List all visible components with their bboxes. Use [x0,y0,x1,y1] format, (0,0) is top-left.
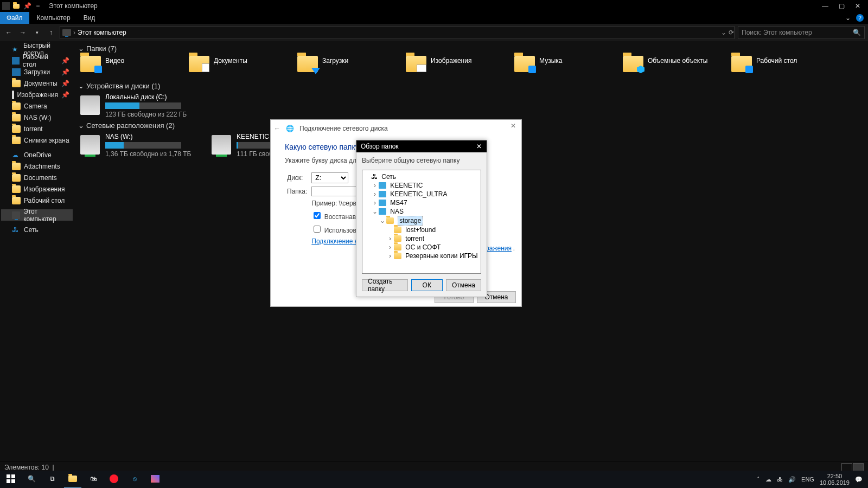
folder-pictures[interactable]: Изображения [401,54,507,81]
svg-rect-1 [11,474,15,478]
tray-volume-icon[interactable]: 🔊 [788,476,796,483]
expand-icon[interactable]: › [372,181,378,190]
tree-item[interactable]: › ОС и СОФТ [387,243,480,252]
tree-item[interactable]: › KEENETIC [372,181,480,190]
task-view-button[interactable]: ⧉ [43,470,61,487]
search-icon: 🔍 [853,29,861,36]
expand-icon[interactable]: › [387,252,393,260]
system-menu-icon[interactable] [2,2,10,10]
wizard-link-1[interactable]: Подключение к в [311,237,362,245]
breadcrumb-chevron-down-icon[interactable]: ⌄ [721,29,726,36]
folder-qa-icon[interactable] [12,2,21,10]
tree-item[interactable]: › torrent [387,234,480,243]
sidebar-item[interactable]: Документы📌 [1,78,73,89]
disk-icon [80,95,100,115]
tree-item-network[interactable]: 🖧 Сеть [365,172,480,181]
folder-documents[interactable]: Документы [184,54,290,81]
search-input[interactable]: Поиск: Этот компьютер 🔍 [738,26,865,39]
minimize-button[interactable]: — [817,0,833,12]
folder-video[interactable]: Видео [76,54,181,81]
expand-icon[interactable]: › [387,243,393,252]
nav-recent[interactable]: ▾ [31,27,42,38]
folder-downloads[interactable]: Загрузки [293,54,398,81]
sidebar-this-pc[interactable]: Этот компьютер [1,209,73,221]
wizard-close-button[interactable]: ✕ [510,122,516,130]
sidebar-item[interactable]: NAS (W:) [1,112,73,123]
computer-icon [379,200,386,206]
tb-app2[interactable] [146,470,164,487]
sidebar-item[interactable]: Рабочий стол [1,195,73,206]
search-button[interactable]: 🔍 [23,470,40,487]
ribbon-file[interactable]: Файл [0,12,29,24]
collapse-icon[interactable]: ⌄ [380,216,385,225]
sidebar-item[interactable]: Снимки экрана [1,134,73,146]
maximize-button[interactable]: ▢ [833,0,850,12]
folder-music[interactable]: Музыка [510,54,615,81]
tray-lang[interactable]: ENG [801,476,814,483]
chevron-down-icon: ⌄ [78,121,84,130]
tree-item[interactable]: › Резервные копии ИГРЫ [387,252,480,260]
folder-3d[interactable]: Объемные объекты [618,54,724,81]
folder-tree[interactable]: 🖧 Сеть › KEENETIC › KEENETIC_ULTRA › MS4… [362,170,481,274]
tb-opera[interactable] [105,470,123,487]
tb-app1[interactable]: ⎋ [126,470,143,487]
tray-network-icon[interactable]: 🖧 [777,476,783,483]
wizard-back-icon[interactable]: ← [274,125,280,132]
sidebar-item[interactable]: torrent [1,123,73,134]
refresh-icon[interactable]: ⟳ [729,29,734,36]
pin-icon[interactable]: 📌 [23,2,31,10]
drive-c[interactable]: Локальный диск (C:) 123 ГБ свободно из 2… [76,91,204,120]
sidebar-item[interactable]: Изображения📌 [1,89,73,100]
sidebar-network[interactable]: 🖧Сеть [1,224,73,235]
ribbon-expand-icon[interactable]: ⌄ [845,14,851,22]
folder-icon [394,244,401,251]
ribbon-view[interactable]: Вид [77,12,102,24]
tray-clock[interactable]: 22:50 10.06.2019 [820,473,850,486]
sidebar-label: torrent [24,125,43,133]
expand-icon[interactable]: › [372,190,378,198]
documents-icon [12,80,21,87]
tray-notifications-icon[interactable]: 💬 [855,476,863,483]
ok-button[interactable]: ОК [411,279,443,291]
drive-letter-select[interactable]: Z: [311,172,348,183]
new-folder-button[interactable]: Создать папку [362,279,408,291]
section-devices[interactable]: ⌄Устройства и диски (1) [76,81,868,91]
nav-forward[interactable]: → [17,27,28,38]
pictures-icon [12,91,14,99]
folder-desktop[interactable]: Рабочий стол [727,54,832,81]
tree-label: KEENETIC_ULTRA [390,190,447,198]
tray-onedrive-icon[interactable]: ☁ [765,476,771,483]
ribbon-help-icon[interactable]: ? [856,14,864,22]
expand-icon[interactable]: › [387,234,393,243]
nav-back[interactable]: ← [3,27,14,38]
tree-item-nas[interactable]: ⌄ NAS [372,207,480,216]
tree-item[interactable]: lost+found [387,226,480,234]
sidebar-item[interactable]: Изображения [1,183,73,195]
tree-item[interactable]: › KEENETIC_ULTRA [372,190,480,198]
tree-item[interactable]: › MS47 [372,198,480,207]
sidebar-item[interactable]: Рабочий стол📌 [1,55,73,66]
close-button[interactable]: ✕ [850,0,866,12]
tb-explorer[interactable] [64,470,81,488]
ribbon-computer[interactable]: Компьютер [30,12,77,24]
browse-close-button[interactable]: ✕ [471,143,487,150]
sidebar-item[interactable]: Camera [1,100,73,112]
breadcrumb[interactable]: › Этот компьютер ⌄ ⟳ [60,26,735,39]
tree-item-storage[interactable]: ⌄ storage [380,216,480,226]
folder-name: Видео [105,56,124,65]
sidebar-item[interactable]: Загрузки📌 [1,66,73,78]
tb-store[interactable]: 🛍 [85,470,102,487]
tray-overflow-icon[interactable]: ˄ [757,476,760,483]
cancel-button[interactable]: Отмена [446,279,481,291]
folder-icon [12,114,21,121]
sidebar-onedrive[interactable]: ☁OneDrive [1,149,73,160]
sidebar-item[interactable]: Documents [1,172,73,183]
drive-nas[interactable]: NAS (W:) 1,36 ТБ свободно из 1,78 ТБ [76,131,204,160]
sidebar-item[interactable]: Attachments [1,160,73,172]
nav-up[interactable]: ↑ [46,27,56,38]
chevron-right-icon: › [73,29,75,36]
collapse-icon[interactable]: ⌄ [372,207,378,216]
tree-label: torrent [405,234,424,243]
expand-icon[interactable]: › [372,198,378,207]
start-button[interactable] [2,470,20,487]
